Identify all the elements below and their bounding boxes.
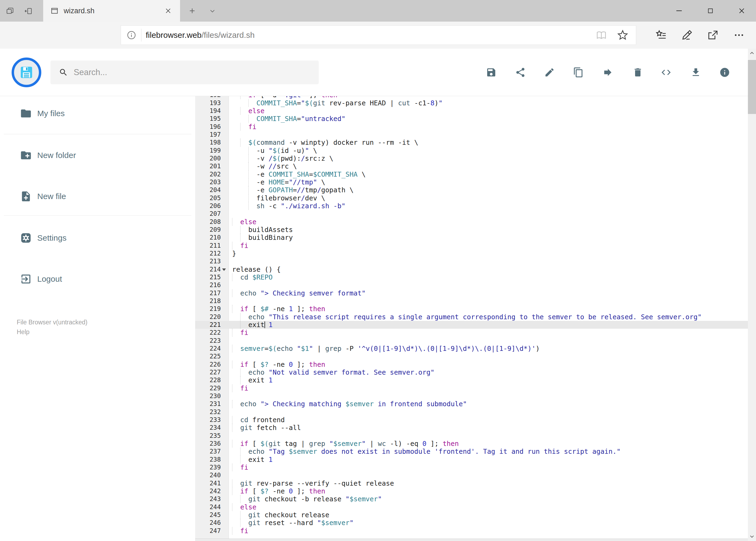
code-line[interactable]: 226 if [ $? -ne 0 ]; then [195, 360, 748, 368]
delete-button[interactable] [632, 67, 643, 78]
code-line[interactable]: 236 if [ $(git tag | grep "$semver" | wc… [195, 440, 748, 447]
code-line[interactable]: 237 echo "Tag $semver does not exist in … [195, 447, 748, 455]
address-divider [141, 29, 141, 42]
tab-list-chevron-icon[interactable] [208, 7, 216, 15]
code-line[interactable]: 243 git checkout -b release "$semver" [195, 495, 748, 503]
code-line[interactable]: 231 echo "> Checking matching $semver in… [195, 400, 748, 408]
code-line[interactable]: 204 -e GOPATH=//tmp/gopath \ [195, 186, 748, 194]
code-line[interactable]: 211 fi [195, 242, 748, 250]
code-line[interactable]: 222 fi [195, 329, 748, 336]
code-line[interactable]: 216 [195, 281, 748, 289]
code-line[interactable]: 197 [195, 131, 748, 139]
scroll-down-icon[interactable] [748, 533, 755, 540]
code-line[interactable]: 228 exit 1 [195, 376, 748, 384]
code-line[interactable]: 218 [195, 297, 748, 305]
reading-view-icon[interactable] [596, 29, 607, 41]
code-line[interactable]: 246 git reset --hard "$semver" [195, 519, 748, 527]
annotate-pen-icon[interactable] [681, 29, 693, 41]
code-line[interactable]: 205 filebrowser/dev \ [195, 194, 748, 202]
save-button[interactable] [486, 67, 497, 78]
code-line[interactable]: 241 git rev-parse --verify --quiet relea… [195, 479, 748, 487]
window-close-button[interactable] [737, 6, 747, 16]
scroll-up-icon[interactable] [748, 50, 755, 57]
help-link[interactable]: Help [17, 328, 29, 336]
copy-button[interactable] [573, 67, 584, 78]
code-line[interactable]: 223 [195, 337, 748, 345]
code-line[interactable]: 238 exit 1 [195, 456, 748, 463]
code-line[interactable]: 212} [195, 250, 748, 258]
line-number: 204 [195, 186, 221, 194]
code-line[interactable]: 208 else [195, 218, 748, 226]
code-line[interactable]: 206 sh -c "./wizard.sh -b" [195, 202, 748, 210]
code-line[interactable]: 209 buildAssets [195, 226, 748, 234]
url-text[interactable]: filebrowser.web/files/wizard.sh [146, 22, 255, 49]
code-line[interactable]: 196 fi [195, 123, 748, 131]
page-scrollbar[interactable] [748, 49, 756, 541]
code-line[interactable]: 193 COMMIT_SHA="$(git rev-parse HEAD | c… [195, 99, 748, 107]
code-line[interactable]: 239 fi [195, 463, 748, 471]
settings-icon [20, 232, 32, 244]
site-info-icon[interactable] [126, 29, 137, 41]
fold-arrow-icon[interactable] [222, 269, 226, 271]
share-button[interactable] [515, 67, 526, 78]
code-line[interactable]: 217 echo "> Checking semver format" [195, 289, 748, 297]
code-line[interactable]: 207 [195, 210, 748, 218]
code-line[interactable]: 225 [195, 352, 748, 360]
code-line[interactable]: 240 [195, 471, 748, 479]
code-line[interactable]: 202 -e COMMIT_SHA=$COMMIT_SHA \ [195, 171, 748, 178]
code-line[interactable]: 195 COMMIT_SHA="untracked" [195, 115, 748, 123]
code-line[interactable]: 229 fi [195, 384, 748, 392]
code-line[interactable]: 201 -w //src \ [195, 162, 748, 170]
code-line[interactable]: 230 [195, 392, 748, 400]
edit-button[interactable] [544, 67, 555, 78]
favorite-star-icon[interactable] [617, 29, 629, 41]
code-line[interactable]: 198 $(command -v winpty) docker run --rm… [195, 139, 748, 146]
code-line[interactable]: 210 buildBinary [195, 234, 748, 242]
code-line[interactable]: 242 if [ $? -ne 0 ]; then [195, 487, 748, 495]
sidebar-item-new-folder[interactable]: New folder [0, 147, 194, 164]
code-line[interactable]: 203 -e HOME="//tmp" \ [195, 178, 748, 186]
code-line[interactable]: 245 git checkout release [195, 511, 748, 519]
code-button[interactable] [661, 67, 671, 78]
code-line[interactable]: 215 cd $REPO [195, 273, 748, 281]
share-page-icon[interactable] [707, 29, 719, 41]
code-line[interactable]: 233 cd frontend [195, 416, 748, 424]
code-editor[interactable]: 192 if [ -d ".git" ]; then193 COMMIT_SHA… [195, 96, 748, 541]
scrollbar-thumb[interactable] [748, 60, 756, 114]
favorites-hub-icon[interactable] [655, 29, 667, 41]
search-box[interactable] [51, 61, 319, 84]
new-tab-button[interactable] [188, 6, 196, 15]
code-line[interactable]: 232 [195, 408, 748, 416]
code-line[interactable]: 227 echo "Not valid semver format. See s… [195, 368, 748, 376]
sidebar-item-new-file[interactable]: New file [0, 188, 194, 205]
more-options-icon[interactable] [733, 29, 745, 41]
code-line[interactable]: 224 semver=$(echo "$1" | grep -P '^v(0|[… [195, 345, 748, 352]
code-line[interactable]: 214release () { [195, 266, 748, 273]
code-line[interactable]: 220 echo "This release script requires a… [195, 313, 748, 321]
tab-preview-icon[interactable] [6, 7, 14, 15]
code-line[interactable]: 244 else [195, 503, 748, 511]
filebrowser-logo[interactable] [12, 58, 41, 87]
tab-close-icon[interactable] [164, 6, 172, 15]
code-line[interactable]: 247 fi [195, 527, 748, 535]
browser-tab[interactable]: wizard.sh [43, 0, 180, 22]
move-button[interactable] [603, 67, 613, 78]
code-line[interactable]: 219 if [ $# -ne 1 ]; then [195, 305, 748, 313]
code-line[interactable]: 213 [195, 258, 748, 265]
code-line[interactable]: 199 -u "$(id -u)" \ [195, 147, 748, 155]
code-line[interactable]: 192 if [ -d ".git" ]; then [195, 96, 748, 99]
code-line[interactable]: 234 git fetch --all [195, 424, 748, 432]
info-button[interactable] [719, 67, 730, 78]
download-button[interactable] [690, 67, 701, 78]
code-line[interactable]: 194 else [195, 107, 748, 115]
code-line[interactable]: 200 -v /$(pwd):/src:z \ [195, 155, 748, 162]
code-line[interactable]: 235 [195, 432, 748, 440]
window-minimize-button[interactable] [674, 6, 684, 16]
sidebar-item-logout[interactable]: Logout [0, 271, 194, 287]
code-line-active[interactable]: 221 exit 1 [195, 321, 748, 329]
set-tabs-aside-icon[interactable] [24, 7, 32, 15]
sidebar-item-my-files[interactable]: My files [0, 105, 194, 122]
search-input[interactable] [73, 67, 296, 78]
window-maximize-button[interactable] [705, 6, 715, 16]
sidebar-item-settings[interactable]: Settings [0, 230, 194, 246]
